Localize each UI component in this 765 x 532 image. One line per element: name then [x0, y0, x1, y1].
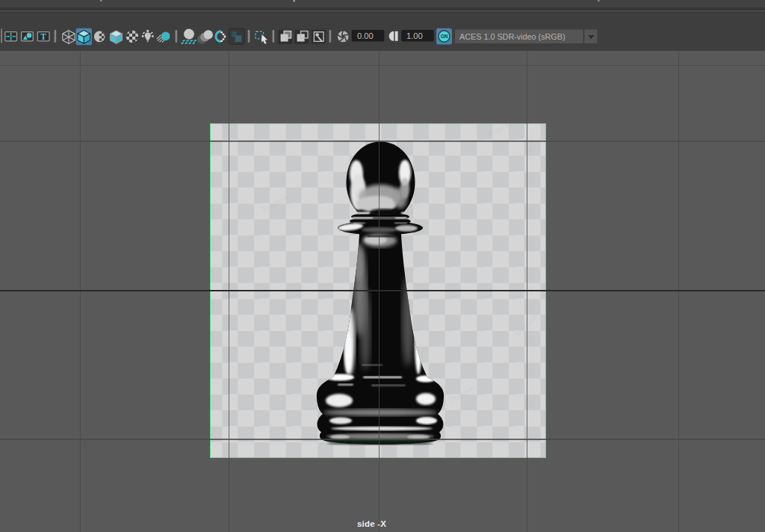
svg-text:T: T [40, 32, 46, 41]
svg-text:ACES 1.0 SDR-video (sRGB): ACES 1.0 SDR-video (sRGB) [459, 32, 566, 41]
svg-text:0.00: 0.00 [357, 31, 374, 40]
svg-text:ON: ON [441, 34, 448, 39]
svg-text:1.00: 1.00 [406, 31, 423, 40]
